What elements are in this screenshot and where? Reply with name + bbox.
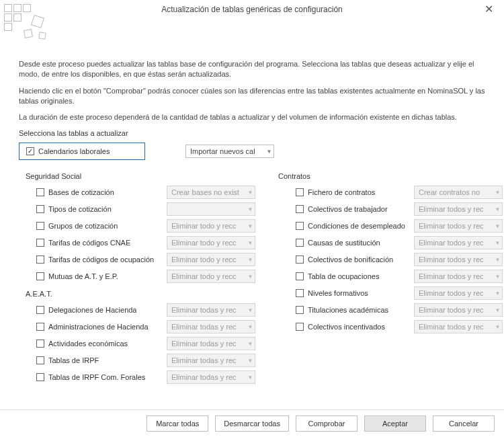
chevron-down-icon: ▼ xyxy=(245,371,255,383)
contratos-combo[interactable]: Eliminar todos y rec▼ xyxy=(414,270,503,283)
contratos-checkbox[interactable] xyxy=(296,289,304,297)
seguridad-label: Tarifas de códigos de ocupación xyxy=(48,255,154,264)
aeat-combo-value: Eliminar todas y rec xyxy=(171,373,237,381)
chevron-down-icon: ▼ xyxy=(245,354,255,366)
contratos-row: Colectivos de trabajadorEliminar todos y… xyxy=(278,202,503,216)
seguridad-combo[interactable]: Eliminar todo y recc▼ xyxy=(167,270,255,283)
contratos-row: Colectivos incentivadosEliminar todos y … xyxy=(278,320,503,333)
contratos-combo-value: Eliminar todos y rec xyxy=(419,289,484,297)
cancelar-button[interactable]: Cancelar xyxy=(433,415,495,432)
seguridad-checkbox[interactable] xyxy=(36,272,44,280)
seguridad-combo[interactable]: Eliminar todo y recc▼ xyxy=(167,236,255,249)
contratos-checkbox[interactable] xyxy=(296,188,304,196)
titlebar: Actualización de tablas genéricas de con… xyxy=(0,0,504,19)
seguridad-checkbox[interactable] xyxy=(36,188,44,196)
aeat-checkbox[interactable] xyxy=(36,356,44,364)
aeat-combo[interactable]: Eliminar todas y rec▼ xyxy=(167,337,255,350)
contratos-row: Causas de sustituciónEliminar todos y re… xyxy=(278,236,503,249)
contratos-combo[interactable]: Eliminar todos y rec▼ xyxy=(414,253,503,266)
contratos-combo[interactable]: Eliminar todos y rec▼ xyxy=(414,236,503,249)
aeat-checkbox[interactable] xyxy=(36,323,44,331)
contratos-combo[interactable]: Eliminar todos y rec▼ xyxy=(414,202,503,216)
aeat-checkbox[interactable] xyxy=(36,340,44,348)
seguridad-checkbox[interactable] xyxy=(36,205,44,213)
chevron-down-icon: ▼ xyxy=(245,337,255,350)
contratos-row: Colectivos de bonificaciónEliminar todos… xyxy=(278,253,503,266)
contratos-combo-value: Eliminar todos y rec xyxy=(419,272,484,280)
marcar-todas-button[interactable]: Marcar todas xyxy=(146,415,208,432)
seguridad-combo-value: Eliminar todo y recc xyxy=(171,272,237,280)
seguridad-row: Grupos de cotizaciónEliminar todo y recc… xyxy=(19,219,255,233)
chevron-down-icon: ▼ xyxy=(493,321,502,333)
chevron-down-icon: ▼ xyxy=(245,304,255,316)
seguridad-checkbox[interactable] xyxy=(36,222,44,230)
window-title: Actualización de tablas genéricas de con… xyxy=(161,5,343,14)
seguridad-combo[interactable]: ▼ xyxy=(167,202,255,216)
contratos-label: Colectivos de bonificación xyxy=(308,255,393,264)
contratos-combo[interactable]: Eliminar todos y rec▼ xyxy=(414,286,503,300)
contratos-row: Niveles formativosEliminar todos y rec▼ xyxy=(278,286,503,300)
select-tables-label: Selecciona las tablas a actualizar xyxy=(19,129,485,137)
contratos-checkbox[interactable] xyxy=(296,272,304,280)
intro-p1: Desde este proceso puedes actualizar las… xyxy=(19,59,485,79)
aeat-row: Actividades económicasEliminar todas y r… xyxy=(19,337,255,350)
seguridad-combo[interactable]: Eliminar todo y recc▼ xyxy=(167,253,255,266)
aeat-label: Administraciones de Hacienda xyxy=(48,323,149,331)
contratos-checkbox[interactable] xyxy=(296,323,304,331)
seguridad-checkbox[interactable] xyxy=(36,239,44,247)
contratos-combo-value: Eliminar todos y rec xyxy=(419,323,484,331)
seguridad-row: Tipos de cotización▼ xyxy=(19,202,255,216)
comprobar-button[interactable]: Comprobar xyxy=(296,415,358,432)
calendarios-combo-value: Importar nuevos cal xyxy=(190,147,255,155)
seguridad-row: Tarifas de códigos CNAEEliminar todo y r… xyxy=(19,236,255,249)
close-icon[interactable]: ✕ xyxy=(480,3,497,15)
seguridad-checkbox[interactable] xyxy=(36,255,44,264)
aeat-title: A.E.A.T. xyxy=(26,290,255,298)
seguridad-social-title: Seguridad Social xyxy=(26,172,255,180)
aeat-combo[interactable]: Eliminar todas y rec▼ xyxy=(167,354,255,367)
contratos-checkbox[interactable] xyxy=(296,239,304,247)
seguridad-label: Tarifas de códigos CNAE xyxy=(48,239,130,247)
seguridad-combo[interactable]: Crear bases no exist▼ xyxy=(167,186,255,199)
seguridad-combo[interactable]: Eliminar todo y recc▼ xyxy=(167,219,255,233)
contratos-checkbox[interactable] xyxy=(296,222,304,230)
aeat-checkbox[interactable] xyxy=(36,306,44,314)
contratos-checkbox[interactable] xyxy=(296,255,304,264)
chevron-down-icon: ▼ xyxy=(245,237,255,249)
contratos-combo[interactable]: Eliminar todos y rec▼ xyxy=(414,303,503,317)
dialog-footer: Marcar todas Desmarcar todas Comprobar A… xyxy=(0,409,504,437)
seguridad-row: Tarifas de códigos de ocupaciónEliminar … xyxy=(19,253,255,266)
aeat-checkbox[interactable] xyxy=(36,373,44,381)
intro-p2: Haciendo clic en el botón "Comprobar" po… xyxy=(19,86,485,106)
contratos-label: Causas de sustitución xyxy=(308,239,380,247)
contratos-combo[interactable]: Crear contratos no▼ xyxy=(414,186,503,199)
contratos-combo[interactable]: Eliminar todos y rec▼ xyxy=(414,320,503,333)
aeat-row: Tablas de IRPF Com. ForalesEliminar toda… xyxy=(19,370,255,384)
contratos-row: Condiciones de desempleadoEliminar todos… xyxy=(278,219,503,233)
contratos-combo-value: Crear contratos no xyxy=(419,188,480,196)
chevron-down-icon: ▼ xyxy=(493,253,502,266)
aeat-combo[interactable]: Eliminar todas y rec▼ xyxy=(167,303,255,317)
aeat-combo[interactable]: Eliminar todas y rec▼ xyxy=(167,320,255,333)
chevron-down-icon: ▼ xyxy=(493,304,502,316)
seguridad-combo-value: Eliminar todo y recc xyxy=(171,222,237,230)
aeat-combo[interactable]: Eliminar todas y rec▼ xyxy=(167,370,255,384)
chevron-down-icon: ▼ xyxy=(264,145,274,157)
calendarios-checkbox[interactable] xyxy=(26,147,34,155)
aceptar-button[interactable]: Aceptar xyxy=(364,415,426,432)
contratos-row: Tabla de ocupacionesEliminar todos y rec… xyxy=(278,270,503,283)
contratos-label: Condiciones de desempleado xyxy=(308,222,405,230)
chevron-down-icon: ▼ xyxy=(245,203,255,215)
seguridad-label: Tipos de cotización xyxy=(48,205,112,213)
desmarcar-todas-button[interactable]: Desmarcar todas xyxy=(215,415,289,432)
intro-p3: La duración de este proceso dependerá de… xyxy=(19,112,485,122)
aeat-combo-value: Eliminar todas y rec xyxy=(171,340,237,348)
contratos-combo[interactable]: Eliminar todos y rec▼ xyxy=(414,219,503,233)
aeat-combo-value: Eliminar todas y rec xyxy=(171,323,237,331)
contratos-checkbox[interactable] xyxy=(296,306,304,314)
contratos-label: Tabla de ocupaciones xyxy=(308,272,379,280)
calendarios-combo[interactable]: Importar nuevos cal ▼ xyxy=(185,145,274,158)
aeat-row: Delegaciones de HaciendaEliminar todas y… xyxy=(19,303,255,317)
intro-text: Desde este proceso puedes actualizar las… xyxy=(19,59,485,122)
contratos-checkbox[interactable] xyxy=(296,205,304,213)
